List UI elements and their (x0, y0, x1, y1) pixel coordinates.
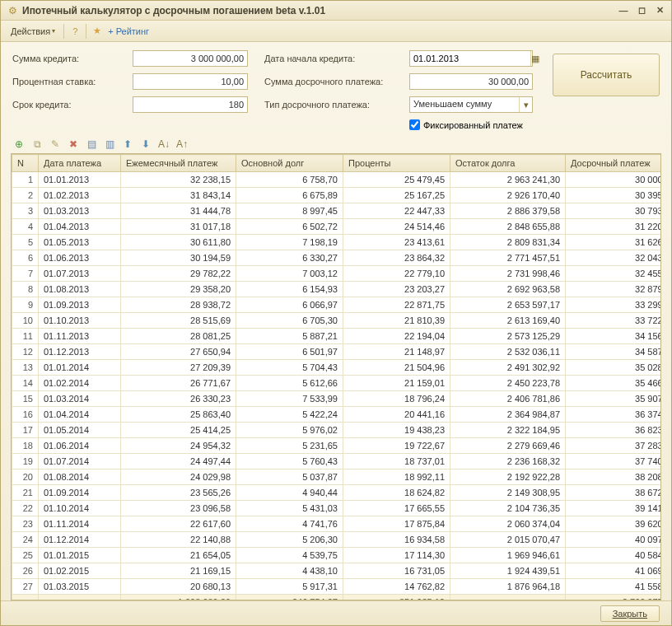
fixed-payment-label: Фиксированный платеж (423, 120, 523, 130)
fixed-payment-checkbox[interactable] (409, 119, 420, 130)
rate-input[interactable] (133, 73, 248, 90)
col-prepay[interactable]: Досрочный платеж (566, 155, 661, 172)
table-row[interactable]: 501.05.201330 611,807 198,1923 413,612 8… (12, 235, 661, 250)
col-interest[interactable]: Проценты (343, 155, 450, 172)
grid-header-row: N Дата платежа Ежемесячный платеж Основн… (12, 155, 661, 172)
delete-icon[interactable]: ✖ (67, 138, 80, 151)
table-row[interactable]: 2301.11.201422 617,604 741,7617 875,842 … (12, 516, 661, 532)
table-row[interactable]: 1401.02.201426 771,675 612,6621 159,012 … (12, 376, 661, 391)
table-row[interactable]: 1601.04.201425 863,405 422,2420 441,162 … (12, 407, 661, 423)
table-row[interactable]: 1801.06.201424 954,325 231,6519 722,672 … (12, 438, 661, 454)
table-row[interactable]: 2501.01.201521 654,054 539,7517 114,301 … (12, 548, 661, 563)
start-date-label: Дата начала кредита: (264, 54, 404, 63)
table-row[interactable]: 1201.12.201327 650,946 501,9721 148,972 … (12, 344, 661, 360)
window-title: Ипотечный калькулятор с досрочным погаше… (22, 5, 615, 16)
total-balance (450, 595, 566, 600)
table-row[interactable]: 2201.10.201423 096,585 431,0317 665,552 … (12, 501, 661, 516)
sort-asc-icon[interactable]: A↓ (157, 138, 170, 151)
form-area: Сумма кредита: Процентная ставка: Срок к… (1, 42, 671, 135)
loan-amount-label: Сумма кредита: (12, 54, 128, 63)
term-input[interactable] (133, 96, 248, 113)
row-up-icon[interactable]: ▤ (85, 138, 98, 151)
col-monthly[interactable]: Ежемесячный платеж (121, 155, 236, 172)
table-row[interactable]: 1901.07.201424 497,445 760,4318 737,012 … (12, 454, 661, 470)
start-date-input[interactable]: ▦ (409, 50, 533, 67)
help-icon[interactable]: ? (68, 24, 82, 39)
table-row[interactable]: 801.08.201329 358,206 154,9323 203,272 6… (12, 282, 661, 297)
col-n[interactable]: N (12, 155, 39, 172)
chevron-down-icon: ▾ (52, 27, 55, 35)
app-window: ⚙ Ипотечный калькулятор с досрочным пога… (0, 0, 672, 626)
table-row[interactable]: 2601.02.201521 169,154 438,1016 731,051 … (12, 563, 661, 579)
total-principal: 246 754,27 (236, 595, 343, 600)
payments-grid: N Дата платежа Ежемесячный платеж Основн… (11, 153, 661, 600)
add-icon[interactable]: ⊕ (12, 138, 26, 151)
table-row[interactable]: 101.01.201332 238,156 758,7025 479,452 9… (12, 172, 661, 188)
close-button-footer[interactable]: Закрыть (600, 605, 660, 622)
grid-toolbar: ⊕ ⧉ ✎ ✖ ▤ ▥ ⬆ ⬇ A↓ A↑ (1, 135, 671, 153)
calendar-icon[interactable]: ▦ (530, 51, 539, 66)
minimize-button[interactable]: — (615, 4, 632, 17)
col-principal[interactable]: Основной долг (236, 155, 343, 172)
term-label: Срок кредита: (12, 100, 128, 110)
total-prepay: 2 760 075,91 (566, 595, 661, 600)
title-bar: ⚙ Ипотечный калькулятор с досрочным пога… (1, 1, 671, 21)
table-row[interactable]: 1001.10.201328 515,696 705,3021 810,392 … (12, 313, 661, 329)
table-row[interactable]: 2701.03.201520 680,135 917,3114 762,821 … (12, 579, 661, 595)
rate-label: Процентная ставка: (12, 77, 128, 86)
edit-icon[interactable]: ✎ (49, 138, 62, 151)
chevron-down-icon[interactable]: ▾ (519, 97, 532, 112)
maximize-button[interactable]: ◻ (633, 4, 650, 17)
total-pay: 1 098 689,39 (121, 595, 236, 600)
col-balance[interactable]: Остаток долга (450, 155, 566, 172)
close-button[interactable]: ✕ (651, 4, 668, 17)
actions-menu[interactable]: Действия ▾ (6, 25, 60, 38)
grid-scroll[interactable]: N Дата платежа Ежемесячный платеж Основн… (12, 154, 660, 600)
prepay-type-select[interactable]: Уменьшаем сумму ▾ (409, 96, 533, 113)
main-toolbar: Действия ▾ ? ★ + Рейтинг (1, 21, 671, 42)
prepay-amount-label: Сумма досрочного платежа: (264, 77, 404, 86)
table-row[interactable]: 401.04.201331 017,186 502,7224 514,462 8… (12, 219, 661, 235)
calculate-button[interactable]: Рассчитать (553, 54, 660, 96)
total-interest: 851 935,12 (343, 595, 450, 600)
prepay-amount-input[interactable] (409, 73, 533, 90)
table-row[interactable]: 2101.09.201423 565,264 940,4418 624,822 … (12, 485, 661, 501)
table-row[interactable]: 1101.11.201328 081,255 887,2122 194,042 … (12, 329, 661, 344)
footer: Закрыть (1, 600, 671, 625)
totals-row: 1 098 689,39 246 754,27 851 935,12 2 760… (12, 595, 661, 600)
table-row[interactable]: 201.02.201331 843,146 675,8925 167,252 9… (12, 188, 661, 203)
table-row[interactable]: 901.09.201328 938,726 066,9722 871,752 6… (12, 297, 661, 313)
star-icon[interactable]: ★ (90, 24, 105, 39)
table-row[interactable]: 701.07.201329 782,227 003,1222 779,102 7… (12, 266, 661, 282)
table-row[interactable]: 1701.05.201425 414,255 976,0219 438,232 … (12, 423, 661, 438)
app-icon: ⚙ (6, 4, 19, 17)
row-down-icon[interactable]: ▥ (103, 138, 116, 151)
prepay-type-label: Тип досрочного платежа: (264, 100, 404, 110)
sort-desc-icon[interactable]: A↑ (175, 138, 189, 151)
table-row[interactable]: 601.06.201330 194,596 330,2723 864,322 7… (12, 250, 661, 266)
table-row[interactable]: 1501.03.201426 330,237 533,9918 796,242 … (12, 391, 661, 407)
loan-amount-input[interactable] (133, 50, 248, 67)
rating-link[interactable]: + Рейтинг (108, 26, 149, 36)
table-row[interactable]: 2401.12.201422 140,885 206,3016 934,582 … (12, 532, 661, 548)
table-row[interactable]: 1301.01.201427 209,395 704,4321 504,962 … (12, 360, 661, 376)
arrow-down-icon[interactable]: ⬇ (139, 138, 152, 151)
col-date[interactable]: Дата платежа (39, 155, 121, 172)
arrow-up-icon[interactable]: ⬆ (121, 138, 134, 151)
copy-icon[interactable]: ⧉ (30, 138, 44, 151)
table-row[interactable]: 301.03.201331 444,788 997,4522 447,332 8… (12, 203, 661, 219)
table-row[interactable]: 2001.08.201424 029,985 037,8718 992,112 … (12, 470, 661, 485)
